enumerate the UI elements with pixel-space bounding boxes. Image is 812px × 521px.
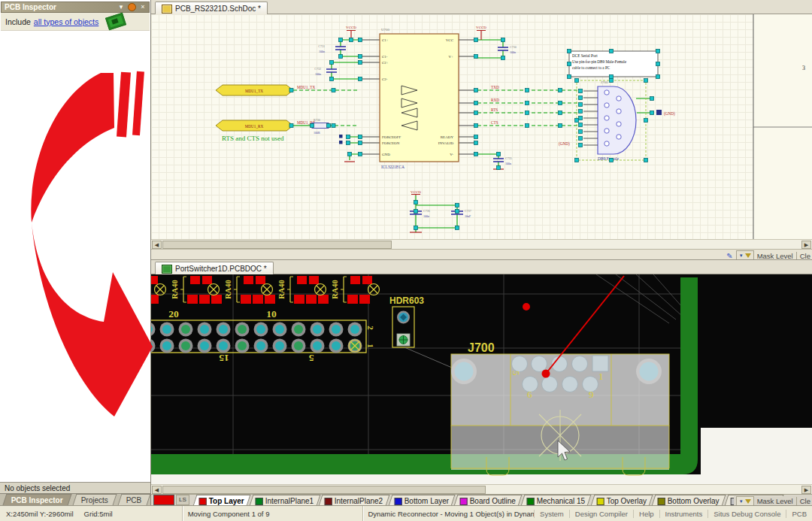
layer-tab-bottom-overlay[interactable]: Bottom Overlay — [652, 495, 726, 506]
tab-pcbdoc[interactable]: PortSwitcher1D.PCBDOC * — [155, 262, 274, 275]
layer-tab-internalplane2[interactable]: InternalPlane2 — [319, 495, 389, 506]
clear-button[interactable]: Cle — [800, 497, 810, 505]
svg-text:100n: 100n — [510, 50, 516, 54]
altium-window: PCB Inspector ▾ × Include all types of o… — [0, 0, 812, 521]
clear-button[interactable]: Cle — [800, 252, 810, 260]
svg-text:RXD: RXD — [491, 98, 499, 102]
system-menu-button[interactable]: System — [534, 510, 569, 518]
moving-status: Moving Component 1 of 9 — [188, 510, 270, 518]
header-connector[interactable]: 20 10 15 5 2 1 — [151, 308, 375, 364]
svg-text:MDU1_RX: MDU1_RX — [245, 124, 264, 129]
help-menu-button[interactable]: Help — [633, 510, 659, 518]
ratsnest-fan — [596, 274, 688, 323]
pcb-canvas[interactable]: RA40 RA40 RA40 RA40 — [151, 274, 812, 484]
tab-pcb[interactable]: PCB — [118, 494, 150, 505]
svg-text:FORCEOFF: FORCEOFF — [382, 135, 401, 139]
mask-level-button[interactable]: Mask Level — [757, 497, 793, 505]
svg-text:RA40: RA40 — [331, 280, 339, 299]
pcb-hscrollbar[interactable]: ◀ ▶ — [151, 484, 812, 494]
scroll-left-icon[interactable]: ◀ — [152, 486, 162, 494]
svg-text:C731: C731 — [318, 44, 325, 48]
schematic-hscrollbar[interactable]: ◀ ▶ — [151, 239, 812, 249]
tab-projects[interactable]: Projects — [72, 494, 117, 505]
include-types-link[interactable]: all types of objects — [34, 17, 98, 26]
ic-part-number: ICL3221ECA — [381, 165, 404, 169]
schematic-canvas[interactable]: 3 — [151, 14, 812, 239]
grid-setting: Grid:5mil — [84, 510, 113, 518]
layer-tab-board-outline[interactable]: Board Outline — [454, 495, 523, 506]
funnel-icon — [745, 253, 751, 258]
svg-text:1: 1 — [598, 371, 604, 382]
svg-text:C732: C732 — [314, 67, 321, 71]
panel-titlebar[interactable]: PCB Inspector ▾ × — [1, 2, 150, 13]
sch-port-mdu-tx[interactable]: MDU1_TX — [216, 85, 293, 95]
sheet-zone-label: 3 — [802, 65, 805, 71]
svg-text:15: 15 — [219, 353, 229, 364]
svg-text:RA40: RA40 — [277, 280, 286, 299]
svg-text:2: 2 — [366, 326, 375, 330]
svg-text:C735: C735 — [505, 156, 512, 160]
no-objects-text: No objects selected — [0, 482, 150, 493]
layer-color-icon — [527, 497, 535, 504]
db9-connector[interactable]: J700 DB9 Female — [577, 80, 646, 161]
layer-tab-top[interactable]: Top Layer — [192, 495, 250, 506]
layer-tab-bottom[interactable]: Bottom Layer — [388, 495, 455, 506]
inspector-empty-body — [1, 31, 150, 482]
scroll-right-icon[interactable]: ▶ — [801, 486, 811, 494]
layer-color-icon — [256, 497, 263, 504]
svg-text:20: 20 — [168, 308, 179, 320]
svg-text:5: 5 — [308, 353, 314, 364]
hdr603-component[interactable]: HDR603 — [389, 295, 424, 347]
ic-component[interactable]: U700 ICL3221ECA C1+ C1- C2+ C2- FORCEOFF… — [362, 28, 476, 169]
pcb-menu-button[interactable]: PCB — [786, 510, 812, 518]
rts-cts-annotation: RTS and CTS not used — [222, 135, 284, 142]
svg-text:6: 6 — [527, 389, 532, 400]
svg-text:10uF: 10uF — [465, 214, 471, 218]
scroll-right-icon[interactable]: ▶ — [801, 241, 811, 249]
pcb-editor-pane: PortSwitcher1D.PCBDOC * — [151, 259, 812, 505]
layer-color-icon — [199, 497, 207, 504]
layer-set-button[interactable]: LS — [176, 495, 189, 505]
mask-level-button[interactable]: Mask Level — [757, 252, 793, 260]
svg-text:READY: READY — [441, 135, 454, 139]
layer-tab-internalplane1[interactable]: InternalPlane1 — [249, 495, 320, 506]
svg-text:C2+: C2+ — [382, 61, 389, 65]
svg-text:VCCD: VCCD — [411, 190, 421, 194]
tab-pcb-inspector[interactable]: PCB Inspector — [3, 494, 72, 505]
svg-text:V-: V- — [450, 153, 453, 156]
svg-text:VCCD: VCCD — [476, 26, 486, 29]
svg-text:C1-: C1- — [382, 55, 388, 59]
j700-label: J700 — [468, 341, 495, 354]
svg-text:R730: R730 — [314, 118, 320, 122]
layer-color-icon — [658, 497, 665, 504]
design-compiler-menu-button[interactable]: Design Compiler — [569, 510, 633, 518]
edit-icon[interactable]: ✎ — [726, 252, 732, 260]
svg-text:RA40: RA40 — [224, 280, 232, 299]
instruments-menu-button[interactable]: Instruments — [659, 510, 708, 518]
current-layer-swatch[interactable] — [153, 495, 174, 505]
layer-tab-mechanical15[interactable]: Mechanical 15 — [521, 495, 592, 506]
layer-color-icon — [325, 497, 332, 504]
tab-schdoc[interactable]: PCB_RS2321D.SchDoc * — [155, 2, 268, 15]
svg-text:INVALID: INVALID — [438, 141, 454, 145]
svg-text:RTS: RTS — [491, 108, 498, 112]
close-icon[interactable]: × — [138, 3, 147, 11]
situs-debug-console-button[interactable]: Situs Debug Console — [707, 510, 786, 518]
include-label: Include — [5, 17, 31, 26]
chevron-down-icon[interactable]: ▾ — [117, 3, 126, 11]
svg-text:C736: C736 — [423, 209, 430, 213]
scroll-thumb[interactable] — [162, 241, 392, 249]
svg-text:C2-: C2- — [382, 77, 388, 81]
scroll-left-icon[interactable]: ◀ — [152, 241, 162, 249]
layer-tab-top-overlay[interactable]: Top Overlay — [591, 495, 653, 506]
ic-designator: U700 — [381, 28, 390, 32]
schematic-tabbar: PCB_RS2321D.SchDoc * — [151, 0, 812, 14]
layer-color-icon — [460, 497, 468, 504]
sch-port-mdu-rx[interactable]: MDU1_RX — [216, 120, 293, 131]
svg-text:J700: J700 — [601, 80, 608, 84]
pin-icon[interactable] — [128, 3, 136, 11]
svg-text:RA40: RA40 — [171, 280, 179, 299]
scroll-thumb[interactable] — [162, 486, 486, 494]
resistor-r730[interactable]: R730 100R — [312, 118, 329, 135]
note-frame[interactable]: DCE Serial Port Use pin-for-pin DB9 Male… — [569, 51, 658, 77]
